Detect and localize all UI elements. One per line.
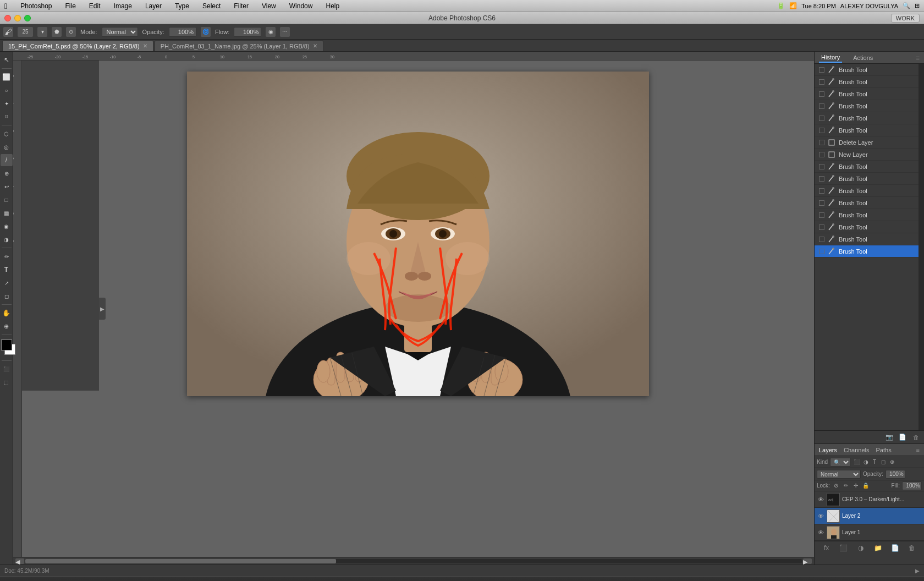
- tab-actions[interactable]: Actions: [851, 53, 875, 62]
- lock-image-btn[interactable]: ✏: [842, 482, 850, 490]
- history-checkbox-3[interactable]: [819, 103, 824, 109]
- airbrush-btn[interactable]: 🌀: [201, 27, 211, 37]
- tab-paths[interactable]: Paths: [876, 447, 892, 453]
- h-scrollbar-thumb[interactable]: [25, 559, 336, 563]
- gradient-tool-btn[interactable]: ▦: [1, 207, 13, 219]
- history-checkbox-9[interactable]: [819, 176, 824, 182]
- history-scrollbar[interactable]: [919, 64, 924, 430]
- delete-layer-btn[interactable]: 🗑: [908, 544, 916, 552]
- history-checkbox-6[interactable]: [819, 140, 824, 145]
- tab-1-close[interactable]: ✕: [143, 43, 147, 49]
- filter-adjust-btn[interactable]: ◑: [862, 458, 870, 466]
- history-checkbox-14[interactable]: [819, 237, 824, 242]
- history-item-12[interactable]: Brush Tool: [815, 209, 919, 221]
- fullscreen-icon[interactable]: ⊞: [915, 2, 920, 9]
- eraser-tool-btn[interactable]: □: [1, 194, 13, 206]
- new-layer-btn[interactable]: 📄: [890, 544, 899, 552]
- quick-mask-btn[interactable]: ⬛: [1, 363, 13, 375]
- type-tool-btn[interactable]: T: [1, 264, 13, 276]
- history-checkbox-7[interactable]: [819, 152, 824, 157]
- history-checkbox-13[interactable]: [819, 224, 824, 230]
- pen-tool-btn[interactable]: ✏: [1, 250, 13, 262]
- menu-help[interactable]: Help: [323, 2, 342, 10]
- layer-2-visibility[interactable]: 👁: [817, 512, 824, 520]
- canvas[interactable]: [187, 72, 649, 396]
- history-item-1[interactable]: Brush Tool: [815, 76, 919, 88]
- history-item-4[interactable]: Brush Tool: [815, 112, 919, 124]
- workspace-button[interactable]: WORK: [891, 14, 920, 23]
- filter-type-btn[interactable]: T: [871, 458, 878, 466]
- new-group-btn[interactable]: 📁: [873, 544, 882, 552]
- canvas-container[interactable]: ▶: [22, 61, 814, 557]
- menu-select[interactable]: Select: [200, 2, 223, 10]
- h-scrollbar[interactable]: ◀ ▶: [13, 557, 814, 564]
- history-item-7[interactable]: New Layer: [815, 149, 919, 161]
- smoothing-btn[interactable]: ⋯: [280, 27, 290, 37]
- lasso-tool-btn[interactable]: ○: [1, 84, 13, 96]
- history-checkbox-15[interactable]: [819, 249, 824, 254]
- filter-shape-btn[interactable]: ◻: [879, 458, 887, 466]
- history-item-8[interactable]: Brush Tool: [815, 161, 919, 173]
- clone-tool-btn[interactable]: ⊕: [1, 167, 13, 179]
- layers-options-btn[interactable]: ≡: [916, 447, 920, 453]
- foreground-color[interactable]: [1, 339, 12, 350]
- filter-smart-btn[interactable]: ⊕: [888, 458, 896, 466]
- screen-mode-btn[interactable]: ⬚: [1, 376, 13, 388]
- layer-cep-visibility[interactable]: 👁: [817, 496, 824, 503]
- history-item-13[interactable]: Brush Tool: [815, 221, 919, 233]
- marquee-tool-btn[interactable]: ⬜: [1, 71, 13, 83]
- lock-all-btn[interactable]: 🔒: [862, 482, 870, 490]
- history-checkbox-4[interactable]: [819, 116, 824, 121]
- history-item-3[interactable]: Brush Tool: [815, 100, 919, 112]
- layer-item-1[interactable]: 👁 Layer 1: [815, 524, 924, 541]
- h-scrollbar-track[interactable]: [25, 559, 802, 563]
- menu-photoshop[interactable]: Photoshop: [18, 2, 54, 10]
- history-checkbox-5[interactable]: [819, 128, 824, 133]
- flow-input[interactable]: [234, 27, 261, 37]
- history-checkbox-1[interactable]: [819, 79, 824, 85]
- spot-heal-btn[interactable]: ◎: [1, 141, 13, 153]
- menu-file[interactable]: File: [63, 2, 78, 10]
- menu-layer[interactable]: Layer: [143, 2, 164, 10]
- close-button[interactable]: [4, 15, 11, 21]
- opacity-input[interactable]: [169, 27, 196, 37]
- menu-window[interactable]: Window: [287, 2, 315, 10]
- history-item-15[interactable]: Brush Tool: [815, 245, 919, 257]
- add-mask-btn[interactable]: ⬛: [839, 544, 848, 552]
- new-snapshot-btn[interactable]: 📷: [884, 432, 894, 442]
- delete-state-btn[interactable]: 🗑: [911, 432, 921, 442]
- scroll-right-btn[interactable]: ▶: [803, 558, 812, 564]
- brush-setting-1[interactable]: ⊙: [66, 27, 76, 37]
- fill-input[interactable]: [902, 481, 922, 490]
- shape-tool-btn[interactable]: ◻: [1, 290, 13, 302]
- layer-1-visibility[interactable]: 👁: [817, 529, 824, 536]
- history-checkbox-8[interactable]: [819, 164, 824, 169]
- tab-history[interactable]: History: [819, 53, 842, 63]
- maximize-button[interactable]: [24, 15, 31, 21]
- eyedropper-btn[interactable]: ⬡: [1, 128, 13, 140]
- tablet-pressure-btn[interactable]: ◉: [266, 27, 276, 37]
- history-item-6[interactable]: Delete Layer: [815, 136, 919, 149]
- tab-document-1[interactable]: 15_PH_ComRet_5.psd @ 50% (Layer 2, RGB/8…: [2, 40, 153, 51]
- kind-filter[interactable]: 🔍: [830, 458, 851, 467]
- history-item-2[interactable]: Brush Tool: [815, 88, 919, 100]
- history-checkbox-11[interactable]: [819, 200, 824, 206]
- history-checkbox-0[interactable]: [819, 67, 824, 73]
- path-select-btn[interactable]: ↗: [1, 277, 13, 289]
- history-item-10[interactable]: Brush Tool: [815, 185, 919, 197]
- brush-options-btn[interactable]: ▾: [37, 27, 47, 37]
- scroll-left-btn[interactable]: ◀: [15, 558, 24, 564]
- opacity-row-input[interactable]: [886, 470, 905, 479]
- brush-tool-btn[interactable]: /: [1, 154, 13, 166]
- move-tool-btn[interactable]: ↖: [1, 54, 13, 66]
- menu-type[interactable]: Type: [173, 2, 191, 10]
- tab-layers[interactable]: Layers: [819, 447, 837, 453]
- layer-item-2[interactable]: 👁 Layer 2: [815, 508, 924, 524]
- blend-mode-dropdown[interactable]: Normal: [817, 470, 861, 479]
- history-checkbox-2[interactable]: [819, 91, 824, 97]
- history-options-btn[interactable]: ≡: [916, 54, 920, 61]
- burn-tool-btn[interactable]: ◑: [1, 233, 13, 245]
- new-adjustment-btn[interactable]: ◑: [856, 544, 865, 552]
- lock-position-btn[interactable]: ✛: [852, 482, 860, 490]
- menu-filter[interactable]: Filter: [232, 2, 251, 10]
